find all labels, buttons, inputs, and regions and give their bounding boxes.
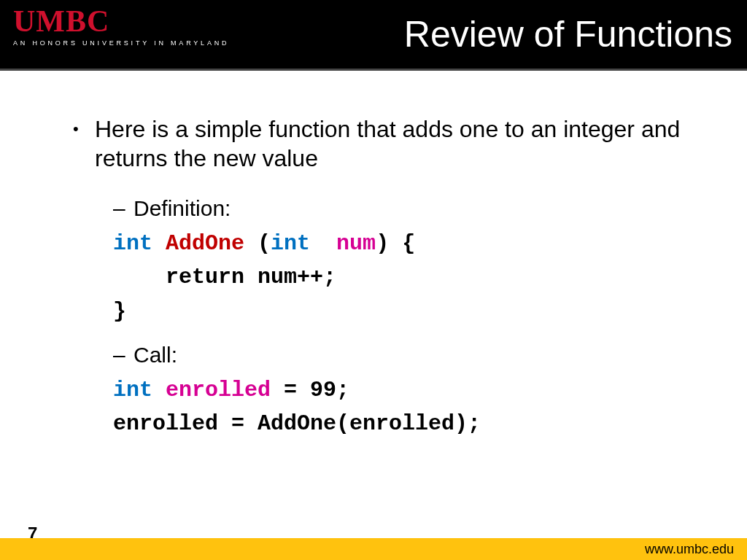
footer-bar: www.umbc.edu [0,538,747,560]
slide-title: Review of Functions [404,13,732,55]
sub-bullet-definition: – Definition: [113,195,703,222]
code-text: = 99; [271,378,349,402]
definition-label: Definition: [133,195,231,222]
code-text: ) { [376,231,415,256]
code-body: return num++; [113,260,703,295]
code-text: ( [244,231,271,256]
logo-tagline: AN HONORS UNIVERSITY IN MARYLAND [13,39,229,47]
call-label: Call: [133,341,177,369]
code-definition: int AddOne (int num) { [113,227,703,261]
keyword-int: int [113,378,152,402]
bullet-item: • Here is a simple function that adds on… [73,114,703,173]
footer-url: www.umbc.edu [645,542,734,557]
logo-main: UMBC [13,6,229,36]
dash-icon: – [113,341,133,369]
bullet-text: Here is a simple function that adds one … [95,114,703,173]
code-call-line2: enrolled = AddOne(enrolled); [113,407,703,441]
slide-body: • Here is a simple function that adds on… [0,71,747,441]
bullet-icon: • [73,114,95,173]
sub-content: – Definition: int AddOne (int num) { ret… [113,195,703,441]
keyword-int: int [113,231,152,256]
code-close: } [113,295,703,329]
logo-block: UMBC AN HONORS UNIVERSITY IN MARYLAND [13,6,229,47]
function-name: AddOne [166,231,244,256]
slide: UMBC AN HONORS UNIVERSITY IN MARYLAND Re… [0,0,747,560]
slide-header: UMBC AN HONORS UNIVERSITY IN MARYLAND Re… [0,0,747,71]
variable-name: enrolled [166,378,271,402]
param-name: num [336,231,376,256]
dash-icon: – [113,195,133,222]
keyword-int: int [271,231,310,256]
code-call-line1: int enrolled = 99; [113,373,703,408]
sub-bullet-call: – Call: [113,341,703,369]
